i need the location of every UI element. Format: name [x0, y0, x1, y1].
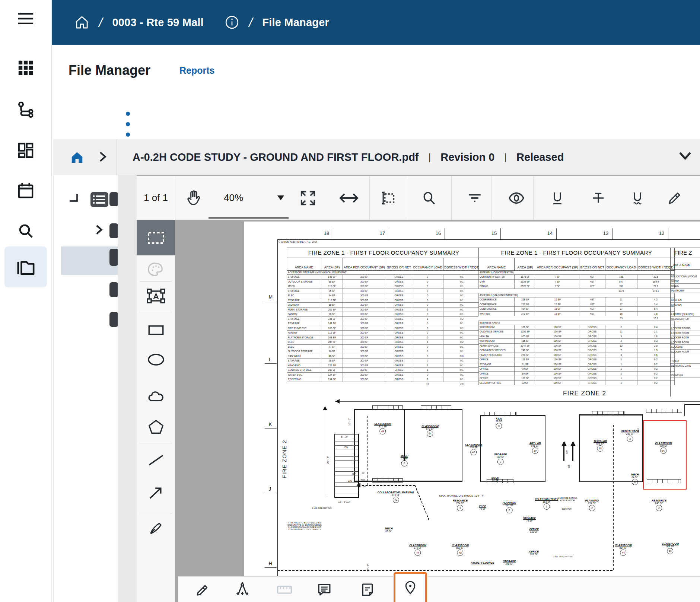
breadcrumb-project[interactable]: 0003 - Rte 59 Mall [112, 16, 203, 29]
plan-room-label: FACULTY LOUNGE [471, 561, 494, 564]
breadcrumb-separator: / [248, 15, 254, 30]
doc-details-chevron-down-icon[interactable] [679, 151, 691, 161]
plan-annotation: 2 HR FIRE RATING [553, 555, 573, 558]
plan-room-label: MECH65 SF [385, 527, 393, 532]
info-icon[interactable] [225, 15, 239, 30]
menu-icon [18, 12, 34, 25]
tree-item-thumbnail[interactable] [109, 282, 118, 297]
pen-tool[interactable] [137, 517, 175, 538]
sidebar-item-dashboard[interactable] [4, 133, 47, 168]
text-box-tool[interactable] [137, 285, 175, 307]
plan-room-label: PLANNING254 SF2 [585, 499, 599, 511]
ellipse-tool[interactable] [137, 349, 175, 370]
plan-room-label: CLASSROOM872 SF44 [374, 423, 391, 434]
plan-annotation: DN [344, 446, 348, 449]
sidebar-item-search[interactable] [4, 213, 47, 249]
doc-breadcrumb-chevron-icon[interactable] [99, 151, 107, 162]
sidebar-item-apps[interactable] [4, 50, 47, 86]
plan-annotation: 390 [566, 450, 568, 454]
pan-hand-icon[interactable] [181, 176, 207, 220]
occupant-count-bubble: 45 [457, 550, 464, 556]
note-icon[interactable] [354, 577, 381, 602]
home-icon[interactable] [74, 15, 89, 30]
zoom-level-input[interactable]: 40% [213, 176, 254, 220]
plan-annotation: 1 HR FIRE RATING AT ELEVATOR [556, 497, 579, 501]
location-pin-icon [403, 580, 418, 597]
view-eye-icon[interactable] [500, 176, 533, 220]
plan-room-label: STORAGE248 SF [503, 560, 516, 565]
stair [334, 434, 359, 498]
dashboard-icon [17, 142, 34, 159]
plan-annotation: MAX TRAVEL DISTANCE 134' -4" [439, 494, 484, 497]
tree-expand-chevron-icon[interactable] [95, 224, 103, 235]
arrow-tool[interactable] [137, 482, 175, 503]
occupant-count-bubble: 44 [620, 550, 627, 556]
more-actions-button[interactable] [126, 112, 131, 143]
polygon-tool[interactable] [137, 416, 175, 437]
occupant-count-bubble: 1 [543, 503, 550, 510]
squiggly-underline-icon[interactable] [623, 176, 652, 220]
page-indicator: 1 of 1 [137, 176, 175, 220]
plan-annotation: 338 [568, 465, 570, 468]
plan-annotation: 12' - 9 1/2" [338, 500, 350, 503]
tree-folder-list-icon[interactable] [90, 192, 109, 207]
viewer-search-icon[interactable] [414, 176, 444, 220]
strikethrough-icon[interactable] [583, 176, 613, 220]
app-sidebar [0, 0, 52, 602]
doc-home-icon[interactable] [70, 150, 84, 165]
plan-annotation: 6' - 2" [341, 436, 348, 438]
occupant-count-bubble: 3 [457, 505, 464, 511]
sidebar-item-menu[interactable] [4, 5, 47, 32]
comment-icon[interactable] [311, 577, 337, 602]
tree-item-thumbnail[interactable] [109, 223, 118, 238]
occupant-count-bubble: 0 [401, 460, 408, 466]
actions-row [51, 96, 700, 139]
doc-separator: | [504, 152, 507, 163]
sidebar-item-calendar[interactable] [4, 173, 47, 208]
highlighter-icon[interactable] [190, 577, 216, 602]
pdf-page: © GRIMM AND PARKER, P.C. 2014 1817161514… [244, 222, 700, 602]
location-pin-highlight-box[interactable] [394, 572, 427, 602]
doc-separator: | [429, 152, 431, 163]
doc-revision: Revision 0 [440, 151, 494, 163]
zoom-dropdown-icon[interactable] [271, 176, 290, 220]
rectangle-tool[interactable] [137, 321, 175, 340]
marquee-select-tool[interactable] [137, 220, 175, 255]
sidebar-item-workflow[interactable] [4, 92, 47, 128]
occupant-count-bubble: 18 [597, 445, 603, 452]
tree-item-thumbnail[interactable] [109, 312, 118, 327]
occupant-count-bubble: 0 [496, 423, 502, 429]
plan-room-label: OFFICE132 SF [529, 528, 539, 533]
document-canvas[interactable]: © GRIMM AND PARKER, P.C. 2014 1817161514… [175, 220, 700, 602]
occupant-count-bubble: 44 [415, 550, 421, 556]
cloud-tool[interactable] [137, 386, 175, 406]
breadcrumb-module[interactable]: File Manager [262, 16, 329, 29]
red-highlighted-room [643, 420, 687, 490]
line-tool[interactable] [137, 450, 175, 471]
plan-annotation: 54° [362, 485, 366, 488]
plan-room-label: TELECOM UTILITY183 SF1 [535, 498, 559, 510]
sidebar-item-file-manager[interactable] [4, 246, 47, 287]
tree-item-thumbnail[interactable] [109, 249, 118, 266]
occupant-count-bubble: 2 [506, 507, 513, 513]
underline-icon[interactable] [542, 176, 572, 220]
fullscreen-icon[interactable] [295, 176, 321, 220]
plan-room-label: CLASSROOM968 SF48 [662, 542, 679, 554]
measure-compass-icon[interactable] [229, 577, 255, 602]
plan-annotation: 10' - 0" [367, 564, 369, 572]
text-select-icon[interactable] [375, 176, 401, 220]
annotation-tool-palette [137, 220, 175, 602]
filter-icon[interactable] [459, 176, 490, 220]
fit-width-icon[interactable] [336, 176, 362, 220]
occupant-count-bubble: 47 [471, 449, 477, 455]
breadcrumb-separator: / [98, 15, 104, 30]
highlight-pen-icon[interactable] [660, 176, 690, 220]
plan-annotation: ELEVATOR [562, 508, 572, 510]
plan-room-label: OFFICE/ STOR268 SF3 [621, 430, 639, 442]
palette-tool[interactable] [137, 261, 175, 278]
plan-room-label: MECH64 SF0 [631, 473, 639, 485]
tree-item-thumbnail[interactable] [109, 192, 118, 206]
plan-room-label: MECH73 SF0 [401, 455, 408, 466]
plan-room-label: TECH LAB878 SF18 [594, 440, 607, 452]
reports-link[interactable]: Reports [179, 65, 214, 76]
